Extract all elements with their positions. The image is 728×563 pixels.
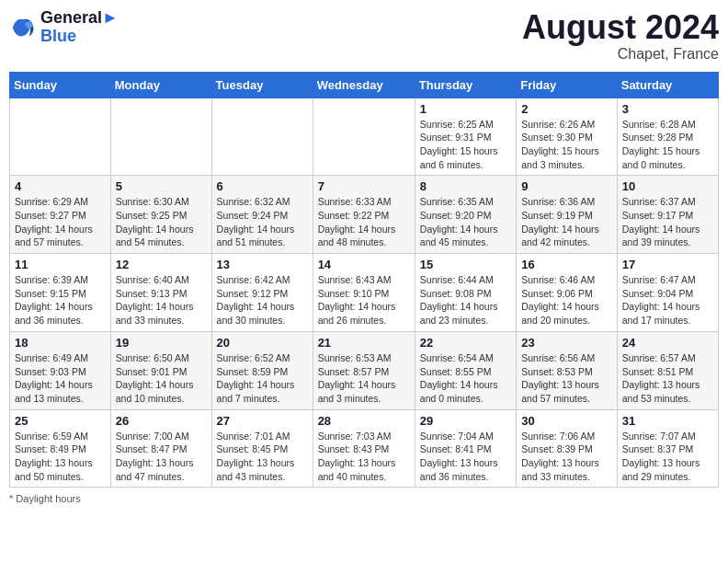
calendar-day-cell: 6Sunrise: 6:32 AMSunset: 9:24 PMDaylight… [211,176,313,254]
day-number: 17 [622,258,713,271]
day-number: 13 [217,258,308,271]
day-info: Sunrise: 6:26 AMSunset: 9:30 PMDaylight:… [521,118,612,172]
weekday-header-cell: Friday [517,72,618,98]
footer-note: * Daylight hours [9,493,719,504]
day-number: 9 [521,179,612,193]
weekday-header-cell: Monday [110,72,211,98]
day-number: 5 [116,179,207,193]
weekday-header-cell: Saturday [617,72,718,98]
calendar-day-cell: 14Sunrise: 6:43 AMSunset: 9:10 PMDayligh… [313,254,415,332]
day-number: 22 [420,336,511,350]
calendar-day-cell: 8Sunrise: 6:35 AMSunset: 9:20 PMDaylight… [415,176,516,254]
footer-note-text: Daylight hours [16,493,80,504]
day-number: 19 [116,336,207,350]
header: General► Blue August 2024 Chapet, France [9,9,719,63]
logo: General► Blue [9,9,119,46]
calendar-day-cell: 13Sunrise: 6:42 AMSunset: 9:12 PMDayligh… [211,254,313,332]
calendar-day-cell: 23Sunrise: 6:56 AMSunset: 8:53 PMDayligh… [517,331,618,409]
day-number: 6 [217,179,308,193]
day-info: Sunrise: 6:49 AMSunset: 9:03 PMDaylight:… [15,351,106,406]
calendar-day-cell: 22Sunrise: 6:54 AMSunset: 8:55 PMDayligh… [415,331,516,409]
day-info: Sunrise: 6:53 AMSunset: 8:57 PMDaylight:… [318,351,410,406]
day-number: 27 [217,414,308,428]
day-number: 11 [15,258,106,271]
day-number: 3 [622,102,713,116]
day-info: Sunrise: 7:03 AMSunset: 8:43 PMDaylight:… [318,430,410,484]
day-info: Sunrise: 6:36 AMSunset: 9:19 PMDaylight:… [521,195,612,249]
logo-text: General► Blue [40,9,119,46]
calendar-day-cell: 19Sunrise: 6:50 AMSunset: 9:01 PMDayligh… [110,331,211,409]
weekday-header-row: SundayMondayTuesdayWednesdayThursdayFrid… [10,72,719,98]
calendar-day-cell: 25Sunrise: 6:59 AMSunset: 8:49 PMDayligh… [10,409,111,488]
calendar-day-cell: 12Sunrise: 6:40 AMSunset: 9:13 PMDayligh… [110,254,211,332]
calendar-day-cell [110,98,211,176]
day-number: 14 [318,258,410,271]
calendar-week-row: 4Sunrise: 6:29 AMSunset: 9:27 PMDaylight… [10,176,719,254]
weekday-header-cell: Tuesday [211,72,313,98]
location-title: Chapet, France [522,46,719,63]
day-info: Sunrise: 6:57 AMSunset: 8:51 PMDaylight:… [622,351,713,406]
day-info: Sunrise: 7:07 AMSunset: 8:37 PMDaylight:… [622,430,713,484]
day-info: Sunrise: 6:46 AMSunset: 9:06 PMDaylight:… [521,273,612,327]
day-info: Sunrise: 6:56 AMSunset: 8:53 PMDaylight:… [521,351,612,406]
day-info: Sunrise: 6:40 AMSunset: 9:13 PMDaylight:… [116,273,207,327]
day-number: 15 [420,258,511,271]
calendar-day-cell: 29Sunrise: 7:04 AMSunset: 8:41 PMDayligh… [415,409,516,488]
day-number: 31 [622,414,713,428]
weekday-header-cell: Sunday [10,72,111,98]
calendar-day-cell [211,98,313,176]
calendar-day-cell: 5Sunrise: 6:30 AMSunset: 9:25 PMDaylight… [110,176,211,254]
calendar-week-row: 18Sunrise: 6:49 AMSunset: 9:03 PMDayligh… [10,331,719,409]
day-info: Sunrise: 6:25 AMSunset: 9:31 PMDaylight:… [420,118,511,172]
weekday-header-cell: Thursday [415,72,516,98]
day-number: 23 [521,336,612,350]
calendar-day-cell: 7Sunrise: 6:33 AMSunset: 9:22 PMDaylight… [313,176,415,254]
day-number: 18 [15,336,106,350]
day-number: 24 [622,336,713,350]
day-info: Sunrise: 7:06 AMSunset: 8:39 PMDaylight:… [521,430,612,484]
calendar-week-row: 25Sunrise: 6:59 AMSunset: 8:49 PMDayligh… [10,409,719,488]
calendar-day-cell [10,98,111,176]
calendar-day-cell: 21Sunrise: 6:53 AMSunset: 8:57 PMDayligh… [313,331,415,409]
calendar-day-cell: 27Sunrise: 7:01 AMSunset: 8:45 PMDayligh… [211,409,313,488]
day-number: 30 [521,414,612,428]
day-info: Sunrise: 6:29 AMSunset: 9:27 PMDaylight:… [15,195,106,249]
day-info: Sunrise: 6:59 AMSunset: 8:49 PMDaylight:… [15,430,106,484]
calendar-day-cell: 16Sunrise: 6:46 AMSunset: 9:06 PMDayligh… [517,254,618,332]
calendar-day-cell [313,98,415,176]
day-number: 25 [15,414,106,428]
calendar-day-cell: 24Sunrise: 6:57 AMSunset: 8:51 PMDayligh… [617,331,718,409]
calendar-day-cell: 26Sunrise: 7:00 AMSunset: 8:47 PMDayligh… [110,409,211,488]
calendar-day-cell: 30Sunrise: 7:06 AMSunset: 8:39 PMDayligh… [517,409,618,488]
weekday-header-cell: Wednesday [313,72,415,98]
calendar-week-row: 11Sunrise: 6:39 AMSunset: 9:15 PMDayligh… [10,254,719,332]
day-info: Sunrise: 7:00 AMSunset: 8:47 PMDaylight:… [116,430,207,484]
day-number: 12 [116,258,207,271]
day-number: 26 [116,414,207,428]
calendar-day-cell: 1Sunrise: 6:25 AMSunset: 9:31 PMDaylight… [415,98,516,176]
day-info: Sunrise: 7:04 AMSunset: 8:41 PMDaylight:… [420,430,511,484]
day-info: Sunrise: 6:33 AMSunset: 9:22 PMDaylight:… [318,195,410,249]
month-title: August 2024 [522,9,719,46]
calendar-day-cell: 31Sunrise: 7:07 AMSunset: 8:37 PMDayligh… [617,409,718,488]
calendar-body: 1Sunrise: 6:25 AMSunset: 9:31 PMDaylight… [10,98,719,488]
calendar-day-cell: 4Sunrise: 6:29 AMSunset: 9:27 PMDaylight… [10,176,111,254]
calendar-week-row: 1Sunrise: 6:25 AMSunset: 9:31 PMDaylight… [10,98,719,176]
day-number: 16 [521,258,612,271]
day-info: Sunrise: 6:43 AMSunset: 9:10 PMDaylight:… [318,273,410,327]
calendar-day-cell: 17Sunrise: 6:47 AMSunset: 9:04 PMDayligh… [617,254,718,332]
day-number: 21 [318,336,410,350]
day-number: 29 [420,414,511,428]
day-info: Sunrise: 6:37 AMSunset: 9:17 PMDaylight:… [622,195,713,249]
day-number: 28 [318,414,410,428]
day-number: 1 [420,102,511,116]
day-number: 4 [15,179,106,193]
calendar-day-cell: 20Sunrise: 6:52 AMSunset: 8:59 PMDayligh… [211,331,313,409]
calendar-day-cell: 9Sunrise: 6:36 AMSunset: 9:19 PMDaylight… [517,176,618,254]
title-area: August 2024 Chapet, France [522,9,719,63]
day-info: Sunrise: 6:50 AMSunset: 9:01 PMDaylight:… [116,351,207,406]
day-number: 10 [622,179,713,193]
day-info: Sunrise: 6:35 AMSunset: 9:20 PMDaylight:… [420,195,511,249]
day-number: 8 [420,179,511,193]
day-info: Sunrise: 6:30 AMSunset: 9:25 PMDaylight:… [116,195,207,249]
